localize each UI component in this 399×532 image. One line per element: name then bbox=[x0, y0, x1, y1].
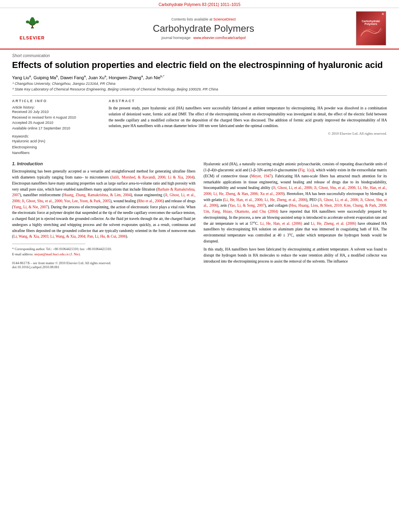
intro-paragraph-2: Hyaluronic acid (HA), a naturally occurr… bbox=[204, 161, 387, 244]
issn-line: 0144-8617/$ – see front matter © 2010 El… bbox=[12, 261, 195, 265]
copyright-line: © 2010 Elsevier Ltd. All rights reserved… bbox=[109, 131, 387, 136]
email-label: E-mail address: bbox=[12, 252, 33, 256]
journal-cover-image: ✕ CarbohydratePolymers bbox=[356, 11, 386, 45]
abstract-text: In the present study, pure hyaluronic ac… bbox=[109, 105, 387, 129]
ref-jalili[interactable]: Jalili, Morshed, & Ravandi, 2006; Li & X… bbox=[112, 175, 193, 179]
ref-fig1a[interactable]: Fig. 1(a) bbox=[300, 168, 313, 172]
available-date: Available online 17 September 2010 bbox=[12, 126, 101, 131]
journal-cover-area: ✕ CarbohydratePolymers bbox=[351, 11, 391, 45]
elsevier-tree-icon bbox=[25, 16, 39, 29]
close-icon[interactable]: ✕ bbox=[381, 12, 385, 16]
section1-title: 1. Introduction bbox=[12, 161, 195, 166]
intro-paragraph-3: In this study, HA nanofibers have been f… bbox=[204, 246, 387, 264]
doi-line: doi:10.1016/j.carbpol.2010.08.061 bbox=[12, 265, 195, 269]
article-title: Effects of solution properties and elect… bbox=[12, 60, 387, 71]
article-info-col: ARTICLE INFO Article history: Received 2… bbox=[12, 99, 101, 156]
svg-point-4 bbox=[31, 17, 34, 21]
ref-yao[interactable]: Yao, Li, & Song, 2007 bbox=[229, 203, 265, 207]
abstract-heading: ABSTRACT bbox=[109, 99, 387, 103]
article-info-abstract: ARTICLE INFO Article history: Received 2… bbox=[12, 99, 387, 156]
authors-line: Yang Liua, Guiping Mab, Dawei Fanga, Jua… bbox=[12, 74, 387, 80]
sciencedirect-link[interactable]: ScienceDirect bbox=[214, 17, 236, 21]
ref-um[interactable]: Um, Fang, Hsiao, Okamoto, and Chu (2004) bbox=[204, 210, 278, 214]
cover-decoration bbox=[359, 26, 383, 38]
main-content: Short communication Effects of solution … bbox=[0, 49, 399, 273]
intro-paragraph-1: Electrospinning has been generally accep… bbox=[12, 168, 195, 240]
elsevier-logo bbox=[16, 16, 48, 35]
ref-li-he-han2[interactable]: Li, He, Han, et al. (2006) bbox=[260, 222, 302, 226]
email-address[interactable]: niejun@mail.buct.edu.cn (J. Nie). bbox=[34, 252, 80, 256]
journal-reference: Carbohydrate Polymers 83 (2011) 1011–101… bbox=[158, 2, 240, 7]
cover-text: CarbohydratePolymers bbox=[361, 19, 381, 26]
body-two-col: 1. Introduction Electrospinning has been… bbox=[12, 161, 387, 269]
elsevier-wordmark: ELSEVIER bbox=[20, 35, 45, 40]
ref-hsu[interactable]: Hsu, Huang, Liou, & Shen, 2010; Kim, Chu… bbox=[290, 203, 386, 207]
svg-point-8 bbox=[35, 21, 39, 23]
elsevier-logo-area: ELSEVIER bbox=[8, 16, 56, 40]
footnote-separator bbox=[12, 244, 85, 244]
body-col-right: Hyaluronic acid (HA), a naturally occurr… bbox=[204, 161, 387, 269]
revised-date: Received in revised form 4 August 2010 bbox=[12, 115, 101, 121]
homepage-line: journal homepage: www.elsevier.com/locat… bbox=[56, 36, 351, 40]
ref-li-wang[interactable]: Li, Wang, & Xia, 2003; Li, Wang, & Xia, … bbox=[13, 234, 126, 238]
article-info-heading: ARTICLE INFO bbox=[12, 99, 101, 103]
journal-name: Carbohydrate Polymers bbox=[56, 23, 351, 34]
keywords-label: Keywords: bbox=[12, 134, 101, 138]
keyword-1: Hyaluronic acid (HA) bbox=[12, 138, 101, 144]
contents-available-label: Contents lists available at ScienceDirec… bbox=[56, 17, 351, 21]
body-col-left: 1. Introduction Electrospinning has been… bbox=[12, 161, 195, 269]
ref-li-he-zheng[interactable]: Li, He, Zheng, et al. (2006) bbox=[311, 222, 356, 226]
ref-li-he-han[interactable]: Li, He, Han, et al., 2006; Li, He, Zheng… bbox=[224, 198, 306, 202]
email-footnote: E-mail address: niejun@mail.buct.edu.cn … bbox=[12, 252, 195, 257]
svg-point-6 bbox=[26, 21, 29, 23]
article-type: Short communication bbox=[12, 53, 387, 58]
corresponding-author-note: * Corresponding author. Tel.: +86 010644… bbox=[12, 246, 195, 252]
affiliations: ᵃ Changzhou University, Changzhou, Jiang… bbox=[12, 81, 387, 92]
abstract-col: ABSTRACT In the present study, pure hyal… bbox=[109, 99, 387, 156]
keyword-2: Electrospinning bbox=[12, 144, 101, 150]
accepted-date: Accepted 25 August 2010 bbox=[12, 120, 101, 126]
body-section: 1. Introduction Electrospinning has been… bbox=[12, 161, 387, 269]
ref-yang-li-nie[interactable]: Yang, Li, & Nie, 2007 bbox=[13, 205, 47, 209]
journal-title-area: Contents lists available at ScienceDirec… bbox=[56, 17, 351, 40]
received-date: Received 20 July 2010 bbox=[12, 109, 101, 115]
article-history: Article history: Received 20 July 2010 R… bbox=[12, 105, 101, 131]
history-label: Article history: bbox=[12, 105, 101, 109]
footer-area: 0144-8617/$ – see front matter © 2010 El… bbox=[12, 261, 195, 269]
homepage-url[interactable]: www.elsevier.com/locate/carbpol bbox=[193, 36, 246, 40]
top-banner: Carbohydrate Polymers 83 (2011) 1011–101… bbox=[0, 0, 399, 8]
keyword-3: Nanofibers bbox=[12, 150, 101, 156]
journal-header: ELSEVIER Contents lists available at Sci… bbox=[0, 8, 399, 49]
keywords-section: Keywords: Hyaluronic acid (HA) Electrosp… bbox=[12, 134, 101, 156]
ref-huang[interactable]: Huang, Zhang, Ramakrishna, & Lim, 2004 bbox=[63, 193, 131, 197]
ref-ji-ghost-shu[interactable]: Ji, Ghost, Li, et al., 2006; Ji, Ghost, … bbox=[204, 186, 387, 196]
affiliation-a: ᵃ Changzhou University, Changzhou, Jiang… bbox=[12, 81, 387, 87]
ref-meyer[interactable]: Meyer, 1947 bbox=[251, 174, 271, 178]
affiliation-b: ᵇ State Key Laboratory of Chemical Resou… bbox=[12, 87, 387, 92]
ref-rho[interactable]: Rho et al., 2006 bbox=[138, 199, 163, 203]
separator bbox=[12, 95, 387, 96]
